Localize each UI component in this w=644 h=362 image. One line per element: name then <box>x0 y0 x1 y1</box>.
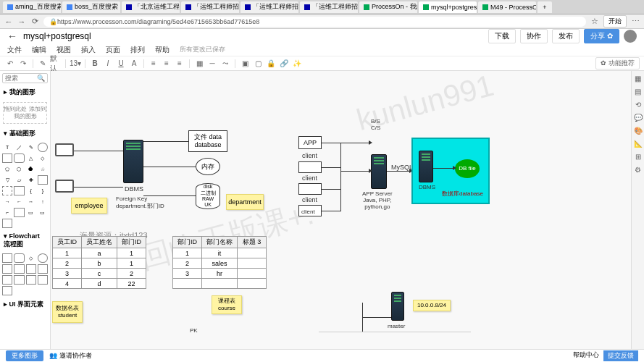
shape-corner[interactable]: ⌐ <box>2 208 12 217</box>
employee-sticky[interactable]: employee <box>71 198 107 214</box>
font-icon[interactable]: 默认 <box>50 58 62 70</box>
doc-title[interactable]: mysql+postgresql <box>23 31 91 41</box>
section-my-shapes[interactable]: ▸ 我的图形 <box>0 85 50 99</box>
shape-note[interactable]: ▭ <box>38 208 48 217</box>
browser-tab-active[interactable]: mysql+postgresql - P× <box>419 1 477 13</box>
connector-icon[interactable]: ⤳ <box>219 58 231 70</box>
shape-text[interactable]: T <box>2 143 12 152</box>
back-icon[interactable]: ← <box>4 17 13 26</box>
fc-h[interactable] <box>38 275 48 285</box>
browser-tab[interactable]: 「运维工程师招聘」× <box>300 1 358 13</box>
master-server-icon[interactable] <box>391 292 404 321</box>
history-icon[interactable]: ⟲ <box>634 100 643 109</box>
shape-rect[interactable] <box>2 153 12 163</box>
memory-node[interactable]: 内存 <box>196 158 220 175</box>
brush-icon[interactable]: ✎ <box>37 58 49 70</box>
drop-zone[interactable]: 拖到此处 添加到我的图形 <box>3 102 47 124</box>
menu-edit[interactable]: 编辑 <box>32 45 46 55</box>
avatar[interactable] <box>624 30 637 43</box>
italic-icon[interactable]: I <box>102 58 114 70</box>
dbfile-node[interactable]: DB file <box>455 159 480 178</box>
nav-icon[interactable]: ▦ <box>634 74 643 83</box>
reload-icon[interactable]: ⟳ <box>30 17 39 26</box>
fc-a[interactable] <box>2 264 12 274</box>
department-sticky[interactable]: department <box>226 194 264 210</box>
department-table[interactable]: 部门ID部门名称标题 3 1it 2sales 3hr <box>172 236 267 289</box>
browser-tab[interactable]: ProcessOn - 我的文件× <box>359 1 417 13</box>
lock-icon[interactable]: 🔒 <box>265 58 277 70</box>
download-button[interactable]: 下载 <box>488 29 516 43</box>
browser-tab[interactable]: boss_百度搜索× <box>62 1 120 13</box>
dbms-server-icon[interactable] <box>419 151 433 182</box>
browser-tab[interactable]: M49 - ProcessOn× <box>478 1 536 13</box>
shape-sq[interactable] <box>14 208 24 217</box>
share-button[interactable]: 分享 ✿ <box>584 29 619 43</box>
browser-tab[interactable]: 「运维工程师招聘」× <box>241 1 298 13</box>
magic-icon[interactable]: ✨ <box>291 58 303 70</box>
settings-icon[interactable]: ⚙ <box>634 165 643 174</box>
laptop-icon[interactable] <box>55 180 74 193</box>
client-node[interactable] <box>298 161 322 173</box>
fc-process[interactable] <box>2 253 12 263</box>
menu-file[interactable]: 文件 <box>7 45 22 55</box>
shape-arrow-l[interactable]: ← <box>14 197 24 206</box>
align-left-icon[interactable]: ≡ <box>148 58 159 70</box>
redo-icon[interactable]: ↷ <box>17 58 29 70</box>
browser-tab[interactable]: 「北京运维工程师招聘× <box>122 1 180 13</box>
section-ui[interactable]: ▸ UI 界面元素 <box>0 298 50 311</box>
fc-b[interactable] <box>14 264 24 274</box>
shape-roundrect[interactable] <box>14 153 24 163</box>
shape-arrow-u[interactable]: ↑ <box>38 197 48 206</box>
comment-icon[interactable]: 💬 <box>634 113 643 122</box>
shape-hexagon[interactable]: ⬡ <box>14 164 24 174</box>
front-icon[interactable]: ▣ <box>239 58 251 70</box>
star-icon[interactable]: ☆ <box>590 17 599 26</box>
link-icon[interactable]: 🔗 <box>278 58 290 70</box>
fc-c[interactable] <box>26 264 36 274</box>
forward-icon[interactable]: → <box>17 17 26 26</box>
fc-g[interactable] <box>26 275 36 285</box>
fc-diamond[interactable]: ◇ <box>26 253 36 263</box>
canvas[interactable]: kunlun991 回收正版课+: 海量资源：itxtd123 DBMS For… <box>51 71 631 349</box>
laptop-icon[interactable] <box>55 143 74 156</box>
shape-cross[interactable]: ✚ <box>26 175 36 185</box>
fill-icon[interactable]: ▦ <box>193 58 205 70</box>
bold-icon[interactable]: B <box>89 58 101 70</box>
shape-tri-down[interactable]: ▽ <box>2 175 12 185</box>
ip-sticky[interactable]: 10.0.0.8/24 <box>413 300 451 311</box>
fc-circ[interactable] <box>38 253 48 263</box>
shape-circle[interactable] <box>38 143 48 152</box>
invite-button[interactable]: 👥 邀请协作者 <box>49 351 92 361</box>
fc-i[interactable] <box>2 286 12 295</box>
shape-diamond[interactable]: ◇ <box>38 153 48 163</box>
fc-round[interactable] <box>14 253 24 263</box>
color-icon[interactable]: A <box>128 58 140 70</box>
browser-tab[interactable]: aming_百度搜索× <box>3 1 61 13</box>
start-button[interactable]: 开始 <box>603 15 627 28</box>
section-basic[interactable]: ▾ 基础图形 <box>0 127 50 140</box>
student-sticky[interactable]: 数据名表 student <box>52 301 83 323</box>
file-db-node[interactable]: 文件 data database <box>188 130 227 152</box>
shape-cube[interactable] <box>14 186 24 195</box>
more-shapes-button[interactable]: 更多图形 <box>6 350 43 361</box>
fontsize-icon[interactable]: 13▾ <box>70 58 81 70</box>
shape-bracket-l[interactable]: { <box>26 186 36 195</box>
style-icon[interactable]: 🎨 <box>634 126 643 135</box>
client-node[interactable] <box>298 183 322 195</box>
shape-octagon[interactable]: ⯃ <box>26 164 36 174</box>
menu-icon[interactable]: ⋯ <box>631 17 640 26</box>
undo-icon[interactable]: ↶ <box>4 58 16 70</box>
app-node[interactable]: APP <box>298 136 322 149</box>
grid-icon[interactable]: ⊞ <box>634 152 643 161</box>
fc-e[interactable] <box>2 275 12 285</box>
fc-f[interactable] <box>14 275 24 285</box>
back-icon[interactable]: ▢ <box>252 58 264 70</box>
shape-triangle[interactable]: △ <box>26 153 36 163</box>
shape-dashrect[interactable] <box>2 186 12 195</box>
search-icon[interactable]: 🔍 <box>37 75 45 82</box>
search-input[interactable]: 🔍 <box>2 73 48 83</box>
back-arrow-icon[interactable]: ← <box>7 30 17 42</box>
shape-pencil[interactable]: ✎ <box>26 143 36 152</box>
server-icon[interactable] <box>123 140 143 183</box>
layers-icon[interactable]: ▤ <box>634 87 643 96</box>
